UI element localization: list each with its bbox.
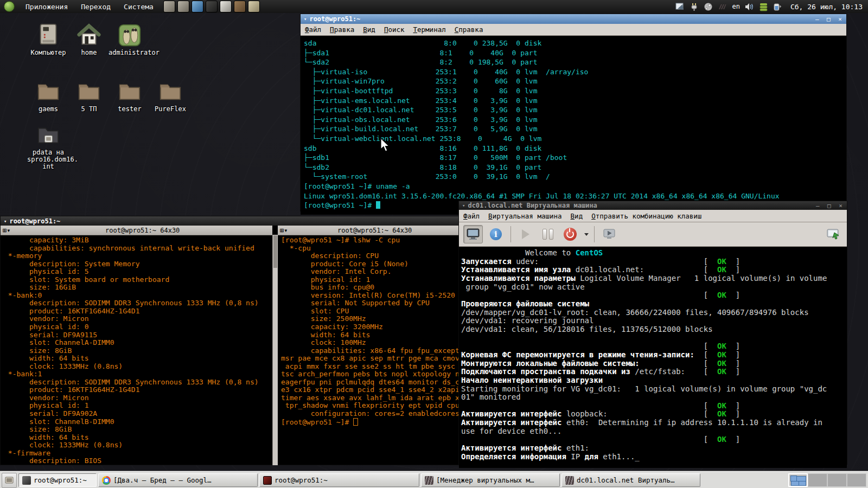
task-button-2[interactable]: [Два.ч – Бред – – Googl… bbox=[98, 473, 258, 487]
terminator-line: description: SODIMM DDR3 Synchronous 133… bbox=[4, 378, 272, 387]
terminator-line: *-bank:1 bbox=[4, 370, 272, 378]
keyboard-layout-indicator[interactable]: en bbox=[732, 3, 739, 10]
window-menu-icon[interactable]: ▾ bbox=[304, 16, 307, 22]
vm-info-button[interactable]: i bbox=[487, 226, 505, 243]
console-line: [ OK ] bbox=[461, 402, 847, 410]
vm-pause-button[interactable] bbox=[539, 226, 557, 243]
task-button-5[interactable]: dc01.local.net Виртуаль… bbox=[561, 473, 700, 487]
terminal-menu-2[interactable]: Правка bbox=[326, 25, 359, 34]
console-line: Starting monitoring for VG vg_dc01: 1 lo… bbox=[461, 385, 847, 394]
shutdown-dropdown-caret[interactable] bbox=[584, 233, 589, 236]
top-panel: ПриложенияПереходСистема en Сб, 26 июл, … bbox=[0, 0, 868, 13]
launcher-icon-4[interactable] bbox=[206, 1, 218, 12]
desktop-icon-folder-5[interactable]: tester bbox=[108, 79, 151, 113]
desktop-icon-home-1[interactable]: home bbox=[68, 23, 110, 56]
desktop-icon-folder-3[interactable]: gaems bbox=[27, 79, 69, 113]
terminator-line: slot: CPU bbox=[281, 307, 459, 316]
volume-icon[interactable] bbox=[745, 2, 754, 11]
console-segment: use for device eth0... bbox=[461, 427, 561, 435]
terminator-line: [root@wpro51 ~]# lshw -C cpu bbox=[281, 236, 459, 245]
desktop-icon-computer-0[interactable]: Компьютер bbox=[27, 23, 69, 56]
vm-console-screen[interactable]: Welcome to CentOSЗапускается udev: [ OK … bbox=[459, 247, 847, 468]
launcher-icon-1[interactable] bbox=[163, 1, 175, 12]
battery-icon[interactable] bbox=[773, 2, 782, 11]
terminal-menu-4[interactable]: Поиск bbox=[380, 25, 409, 34]
desktop-icon-admin-2[interactable]: administrator bbox=[108, 23, 151, 56]
terminal-titlebar[interactable]: ▾ root@wpro51:~ – □ × bbox=[301, 14, 846, 24]
workspace-2[interactable] bbox=[808, 473, 827, 487]
terminal-menu-1[interactable]: Файл bbox=[301, 25, 326, 34]
workspace-1[interactable] bbox=[788, 473, 808, 487]
pane-grid-icon[interactable]: ⊞▾ bbox=[280, 227, 288, 234]
vm-titlebar[interactable]: ▾ dc01.local.net Виртуальная машина – □ … bbox=[459, 201, 847, 210]
vmm-tray-icon[interactable] bbox=[718, 2, 727, 11]
fullscreen-button[interactable] bbox=[600, 226, 618, 243]
terminal-line: sda 8:0 0 238,5G 0 disk bbox=[304, 38, 846, 48]
desktop-icon-network-7[interactable]: pdata на spro16.dom16. int bbox=[27, 123, 69, 170]
vm-menu-2[interactable]: Виртуальная машина bbox=[484, 212, 566, 220]
terminator-window: ▾ root@wpro51:~ ⊞▾ root@wpro51:~ 64x30 c… bbox=[0, 216, 459, 465]
launcher-icon-3[interactable] bbox=[192, 1, 203, 12]
task-button-3[interactable]: root@wpro51:~ bbox=[259, 473, 419, 487]
terminator-line: size: 2500MHz bbox=[281, 315, 459, 323]
terminator-line: width: 64 bits bbox=[4, 434, 272, 442]
system-tray: en Сб, 26 июл, 10:13 bbox=[675, 2, 868, 11]
launcher-icon-7[interactable] bbox=[248, 1, 260, 12]
show-desktop-button[interactable] bbox=[2, 473, 17, 488]
workspace-4[interactable] bbox=[847, 473, 866, 487]
steam-icon[interactable] bbox=[704, 2, 713, 11]
left-pane-scrollbar[interactable] bbox=[272, 235, 278, 465]
stack-icon[interactable] bbox=[759, 2, 768, 11]
pane-grid-icon[interactable]: ⊞▾ bbox=[3, 227, 10, 234]
task-button-1[interactable]: root@wpro51:~ bbox=[18, 473, 97, 487]
terminal-menu-6[interactable]: Справка bbox=[450, 25, 488, 34]
screenshot-icon[interactable] bbox=[675, 2, 685, 11]
terminator-line: tsc arch_perfmon pebs bts nopl xtopology… bbox=[281, 370, 459, 378]
terminal-line: ├─virtual-boottftpd 253:3 0 8G 0 lvm bbox=[304, 86, 846, 96]
terminator-right-pane-header[interactable]: ⊞▾ root@wpro51:~ 64x30 bbox=[278, 226, 459, 235]
window-menu-icon[interactable]: ▾ bbox=[4, 219, 7, 224]
terminal-screen[interactable]: sda 8:0 0 238,5G 0 disk├─sda1 8:1 0 40G … bbox=[301, 36, 846, 215]
vm-menu-3[interactable]: Вид bbox=[566, 212, 588, 220]
terminator-left-pane-header[interactable]: ⊞▾ root@wpro51:~ 64x30 bbox=[1, 226, 272, 235]
launcher-icon-5[interactable] bbox=[220, 1, 232, 12]
send-key-button[interactable] bbox=[824, 226, 843, 243]
panel-clock[interactable]: Сб, 26 июл, 10:13 bbox=[790, 3, 863, 11]
distro-menu-icon[interactable] bbox=[4, 1, 15, 12]
vm-menu-1[interactable]: Файл bbox=[459, 212, 484, 220]
terminator-left-pane[interactable]: capacity: 3MiB capabilities: synchronous… bbox=[1, 235, 272, 465]
terminator-line: slot: System board or motherboard bbox=[4, 276, 272, 284]
terminal-menu-3[interactable]: Вид bbox=[359, 25, 380, 34]
window-buttons[interactable]: – □ × bbox=[815, 16, 844, 23]
workspace-3[interactable] bbox=[827, 473, 847, 487]
window-menu-icon[interactable]: ▾ bbox=[462, 203, 465, 208]
gnome-terminal-window: ▾ root@wpro51:~ – □ × ФайлПравкаВидПоиск… bbox=[300, 14, 847, 211]
task-button-4[interactable]: [Менеджер виртуальных м… bbox=[421, 473, 560, 487]
vm-toolbar: i bbox=[459, 222, 847, 247]
console-line: Определяется информация IP для eth1..._ bbox=[461, 453, 847, 461]
launcher-icon-6[interactable] bbox=[234, 1, 246, 12]
console-segment: [ bbox=[461, 291, 717, 299]
terminal-line: [root@wpro51 ~]# uname -a bbox=[304, 182, 846, 191]
terminator-titlebar[interactable]: ▾ root@wpro51:~ bbox=[1, 216, 458, 226]
vm-run-button[interactable] bbox=[516, 226, 535, 243]
launcher-icon-2[interactable] bbox=[177, 1, 189, 12]
panel-menu-1[interactable]: Приложения bbox=[19, 3, 74, 11]
desktop-icon-folder-4[interactable]: 5 ТП bbox=[68, 79, 110, 113]
console-segment: OK bbox=[717, 291, 726, 299]
console-view-button[interactable] bbox=[463, 225, 483, 243]
terminator-line: bus info: cpu@0 bbox=[281, 284, 459, 292]
panel-menu-2[interactable]: Переход bbox=[74, 3, 117, 11]
vm-shutdown-button[interactable] bbox=[561, 226, 579, 243]
panel-menu-3[interactable]: Система bbox=[117, 3, 160, 11]
desktop-icon-folder-6[interactable]: PureFlex bbox=[149, 79, 192, 113]
window-buttons[interactable]: – □ × bbox=[816, 202, 845, 209]
console-segment: /dev/vda1: recovering journal bbox=[461, 316, 593, 325]
console-segment: ] bbox=[726, 401, 740, 410]
terminal-menu-5[interactable]: Терминал bbox=[409, 25, 450, 34]
terminator-title: root@wpro51:~ bbox=[9, 217, 60, 225]
vm-menu-4[interactable]: Отправить комбинацию клавиш bbox=[587, 212, 706, 220]
terminator-right-pane[interactable]: [root@wpro51 ~]# lshw -C cpu *-cpu descr… bbox=[278, 235, 459, 465]
power-plug-icon[interactable] bbox=[690, 2, 699, 11]
terminator-line: msr pae mce cx8 apic sep mtrr pge mca cm… bbox=[281, 355, 459, 363]
